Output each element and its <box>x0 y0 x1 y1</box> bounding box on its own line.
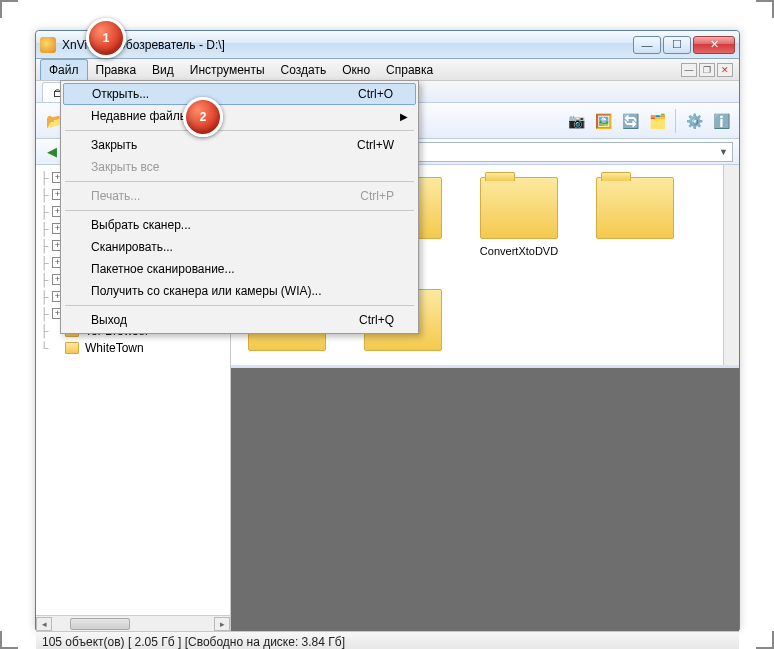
menu-view[interactable]: Вид <box>144 59 182 80</box>
folder-item[interactable]: ConvertXtoDVD <box>469 171 569 267</box>
menu-item-select-scanner[interactable]: Выбрать сканер... <box>63 214 416 236</box>
menu-label: Пакетное сканирование... <box>91 262 235 276</box>
camera-icon[interactable]: 📷 <box>564 109 588 133</box>
menu-label: Закрыть <box>91 138 137 152</box>
annotation-badge-1: 1 <box>86 18 126 58</box>
menu-separator <box>65 181 414 182</box>
settings-icon[interactable]: ⚙️ <box>682 109 706 133</box>
status-text: 105 объект(ов) [ 2.05 Гб ] [Свободно на … <box>42 635 345 649</box>
menu-shortcut: Ctrl+O <box>358 87 393 101</box>
menu-label: Сканировать... <box>91 240 173 254</box>
menu-label: Закрыть все <box>91 160 159 174</box>
folder-icon <box>65 342 79 354</box>
menu-item-close[interactable]: Закрыть Ctrl+W <box>63 134 416 156</box>
submenu-arrow-icon: ▶ <box>400 111 408 122</box>
menu-shortcut: Ctrl+Q <box>359 313 394 327</box>
separator <box>675 109 676 133</box>
menu-item-batch-scan[interactable]: Пакетное сканирование... <box>63 258 416 280</box>
menu-label: Выход <box>91 313 127 327</box>
batch-icon[interactable]: 🗂️ <box>645 109 669 133</box>
folder-icon <box>480 177 558 239</box>
convert-icon[interactable]: 🔄 <box>618 109 642 133</box>
frame-corner <box>0 631 18 649</box>
menu-label: Печать... <box>91 189 140 203</box>
menu-item-exit[interactable]: Выход Ctrl+Q <box>63 309 416 331</box>
menu-item-print: Печать... Ctrl+P <box>63 185 416 207</box>
menu-label: Получить со сканера или камеры (WIA)... <box>91 284 322 298</box>
back-icon[interactable]: ◀ <box>42 142 62 162</box>
app-icon <box>40 37 56 53</box>
menu-help[interactable]: Справка <box>378 59 441 80</box>
menu-shortcut: Ctrl+P <box>360 189 394 203</box>
menu-window[interactable]: Окно <box>334 59 378 80</box>
slideshow-icon[interactable]: 🖼️ <box>591 109 615 133</box>
menu-tools[interactable]: Инструменты <box>182 59 273 80</box>
folder-icon <box>596 177 674 239</box>
frame-corner <box>0 0 18 18</box>
menu-shortcut: Ctrl+W <box>357 138 394 152</box>
menu-separator <box>65 210 414 211</box>
mdi-restore-button[interactable]: ❐ <box>699 63 715 77</box>
file-menu-dropdown: Открыть... Ctrl+O Недавние файлы ▶ Закры… <box>60 80 419 334</box>
titlebar[interactable]: XnView - [Обозреватель - D:\] — ☐ ✕ <box>36 31 739 59</box>
maximize-button[interactable]: ☐ <box>663 36 691 54</box>
menu-item-close-all: Закрыть все <box>63 156 416 178</box>
scroll-right-button[interactable]: ▸ <box>214 617 230 631</box>
menu-label: Открыть... <box>92 87 149 101</box>
mdi-minimize-button[interactable]: — <box>681 63 697 77</box>
vertical-scrollbar[interactable] <box>723 165 739 365</box>
horizontal-scrollbar[interactable]: ◂ ▸ <box>36 615 230 631</box>
mdi-close-button[interactable]: ✕ <box>717 63 733 77</box>
folder-item[interactable] <box>585 171 685 267</box>
menu-label: Недавние файлы <box>91 109 188 123</box>
tree-node[interactable]: └WhiteTown <box>38 339 228 356</box>
menu-separator <box>65 305 414 306</box>
frame-corner <box>756 631 774 649</box>
window-title: XnView - [Обозреватель - D:\] <box>62 38 633 52</box>
menu-item-wia[interactable]: Получить со сканера или камеры (WIA)... <box>63 280 416 302</box>
preview-pane <box>231 365 739 631</box>
menubar: Файл Правка Вид Инструменты Создать Окно… <box>36 59 739 81</box>
scroll-left-button[interactable]: ◂ <box>36 617 52 631</box>
statusbar: 105 объект(ов) [ 2.05 Гб ] [Свободно на … <box>36 631 739 649</box>
minimize-button[interactable]: — <box>633 36 661 54</box>
annotation-badge-2: 2 <box>183 97 223 137</box>
menu-item-open[interactable]: Открыть... Ctrl+O <box>63 83 416 105</box>
menu-separator <box>65 130 414 131</box>
menu-item-recent[interactable]: Недавние файлы ▶ <box>63 105 416 127</box>
close-button[interactable]: ✕ <box>693 36 735 54</box>
folder-label: ConvertXtoDVD <box>480 245 558 257</box>
frame-corner <box>756 0 774 18</box>
menu-edit[interactable]: Правка <box>88 59 145 80</box>
menu-item-scan[interactable]: Сканировать... <box>63 236 416 258</box>
menu-file[interactable]: Файл <box>40 59 88 80</box>
info-icon[interactable]: ℹ️ <box>709 109 733 133</box>
menu-label: Выбрать сканер... <box>91 218 191 232</box>
chevron-down-icon[interactable]: ▼ <box>719 147 728 157</box>
menu-create[interactable]: Создать <box>273 59 335 80</box>
tree-label: WhiteTown <box>85 341 144 355</box>
scroll-thumb[interactable] <box>70 618 130 630</box>
